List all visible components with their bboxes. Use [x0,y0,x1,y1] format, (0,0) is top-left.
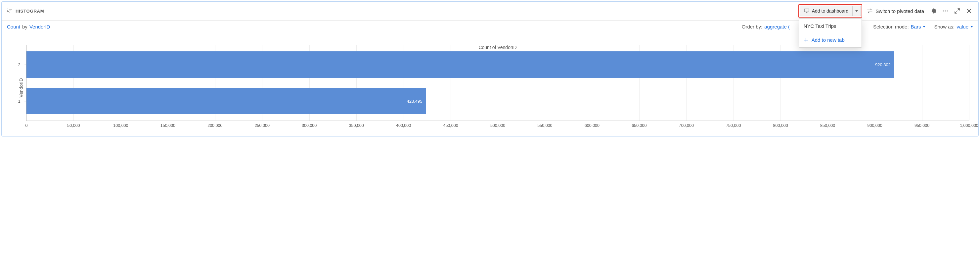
bar-value-label: 920,302 [875,62,891,67]
dropdown-divider [803,33,858,33]
bar[interactable]: 423,495 [27,88,426,114]
x-tick-label: 900,000 [867,123,882,128]
selection-mode-label: Selection mode: [873,24,909,29]
x-tick-label: 700,000 [679,123,694,128]
settings-button[interactable] [929,6,938,16]
switch-pivot-label: Switch to pivoted data [875,8,924,14]
vendorid-link[interactable]: VendorID [29,24,50,29]
x-tick-label: 450,000 [443,123,458,128]
x-tick-label: 800,000 [773,123,788,128]
show-as-select[interactable]: value [956,24,973,29]
x-tick-label: 350,000 [349,123,364,128]
dropdown-item-nyc-taxi[interactable]: NYC Taxi Trips [799,21,862,32]
close-icon [967,9,971,13]
histogram-panel: HISTOGRAM Add to dashboard NYC Taxi Trip… [1,1,979,136]
x-tick-label: 50,000 [67,123,80,128]
panel-title: HISTOGRAM [16,9,44,14]
x-tick-label: 1,000,000 [960,123,978,128]
plot-region: 050,000100,000150,000200,000250,000300,0… [26,45,969,121]
gridline [969,45,969,121]
add-to-dashboard-highlight: Add to dashboard NYC Taxi Trips Add to n… [799,4,862,18]
chevron-down-icon [970,26,973,27]
close-button[interactable] [964,6,974,16]
expand-icon [955,8,960,14]
add-to-dashboard-caret-button[interactable] [853,6,861,16]
panel-header: HISTOGRAM Add to dashboard NYC Taxi Trip… [2,2,978,21]
dropdown-item-label: NYC Taxi Trips [803,23,837,29]
svg-rect-0 [804,9,809,12]
dots-icon [942,8,948,14]
gridline [922,45,923,121]
expand-button[interactable] [953,6,962,16]
x-tick-label: 250,000 [255,123,270,128]
bar-value-label: 423,495 [407,99,423,104]
chevron-down-icon [923,26,926,27]
bar[interactable]: 920,302 [27,51,894,78]
selection-mode-value: Bars [911,24,921,29]
x-tick-label: 0 [25,123,28,128]
more-button[interactable] [941,6,950,16]
x-tick-label: 850,000 [820,123,835,128]
dropdown-add-new-tab-label: Add to new tab [811,37,845,43]
switch-pivot-button[interactable]: Switch to pivoted data [865,6,926,16]
selection-mode-select[interactable]: Bars [911,24,926,29]
y-tick-label: 1 [18,99,20,104]
dropdown-add-new-tab[interactable]: Add to new tab [799,34,862,45]
title-summary: Count by VendorID [7,24,50,29]
dashboard-dropdown-menu: NYC Taxi Trips Add to new tab [799,18,862,48]
x-tick-label: 150,000 [161,123,175,128]
count-link[interactable]: Count [7,24,20,29]
show-as-value: value [956,24,969,29]
presentation-icon [804,9,809,13]
svg-point-2 [945,10,946,11]
x-tick-label: 950,000 [915,123,929,128]
svg-point-1 [943,10,943,11]
y-axis-title: VendorID [19,78,24,97]
show-as-label: Show as: [934,24,955,29]
x-tick-label: 100,000 [113,123,128,128]
selection-mode-control: Selection mode: Bars [873,24,926,29]
x-tick-label: 400,000 [396,123,411,128]
chevron-down-icon [855,10,858,12]
x-tick-label: 300,000 [302,123,317,128]
y-tick-label: 2 [18,62,20,67]
order-by-value: aggregate ( [764,24,790,29]
x-tick-label: 650,000 [632,123,646,128]
x-tick-label: 750,000 [726,123,741,128]
histogram-icon [6,6,13,16]
order-by-select[interactable]: aggregate ( [764,24,790,29]
plus-icon [803,38,808,42]
x-tick-label: 500,000 [490,123,505,128]
order-by-label: Order by: [742,24,763,29]
swap-icon [867,8,873,14]
order-by-control: Order by: aggregate ( [742,24,790,29]
chart: VendorID 050,000100,000150,000200,000250… [26,45,969,131]
x-tick-label: 200,000 [207,123,222,128]
x-tick-label: 600,000 [585,123,600,128]
add-to-dashboard-button[interactable]: Add to dashboard [800,6,853,16]
show-as-control: Show as: value [934,24,973,29]
gear-icon [931,8,936,14]
x-tick-label: 550,000 [537,123,552,128]
add-to-dashboard-group: Add to dashboard [800,6,861,16]
add-to-dashboard-label: Add to dashboard [812,8,849,14]
by-label: by [22,24,27,29]
svg-point-3 [947,10,948,11]
